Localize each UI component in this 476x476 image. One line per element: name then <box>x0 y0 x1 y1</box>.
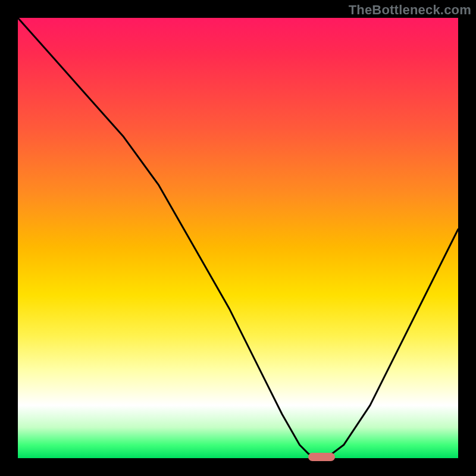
plot-area <box>18 18 458 458</box>
optimal-marker <box>308 453 334 461</box>
watermark-text: TheBottleneck.com <box>349 2 471 18</box>
chart-frame: TheBottleneck.com <box>0 0 476 476</box>
